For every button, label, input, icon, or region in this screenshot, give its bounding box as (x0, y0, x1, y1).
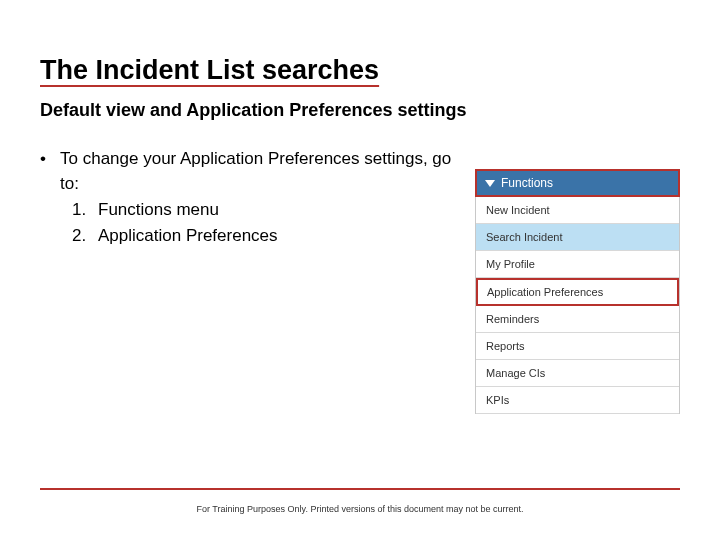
menu-item[interactable]: My Profile (476, 251, 679, 278)
menu-item[interactable]: KPIs (476, 387, 679, 414)
step-item: 1. Functions menu (72, 198, 457, 223)
menu-item[interactable]: Manage CIs (476, 360, 679, 387)
menu-item[interactable]: Reports (476, 333, 679, 360)
step-label: Functions menu (98, 198, 219, 223)
bullet-dot: • (40, 147, 60, 196)
slide-title: The Incident List searches (40, 55, 680, 92)
footer-text: For Training Purposes Only. Printed vers… (0, 504, 720, 514)
step-number: 2. (72, 224, 98, 249)
step-label: Application Preferences (98, 224, 278, 249)
menu-item[interactable]: New Incident (476, 197, 679, 224)
body-text: • To change your Application Preferences… (40, 147, 457, 249)
bullet-text: To change your Application Preferences s… (60, 147, 457, 196)
functions-menu: Functions New IncidentSearch IncidentMy … (475, 169, 680, 414)
step-item: 2. Application Preferences (72, 224, 457, 249)
step-number: 1. (72, 198, 98, 223)
menu-header[interactable]: Functions (475, 169, 680, 197)
divider (40, 488, 680, 490)
menu-item[interactable]: Reminders (476, 306, 679, 333)
menu-item[interactable]: Application Preferences (476, 278, 679, 306)
menu-header-label: Functions (501, 176, 553, 190)
menu-item[interactable]: Search Incident (476, 224, 679, 251)
chevron-down-icon (485, 180, 495, 187)
slide-subtitle: Default view and Application Preferences… (40, 100, 680, 121)
